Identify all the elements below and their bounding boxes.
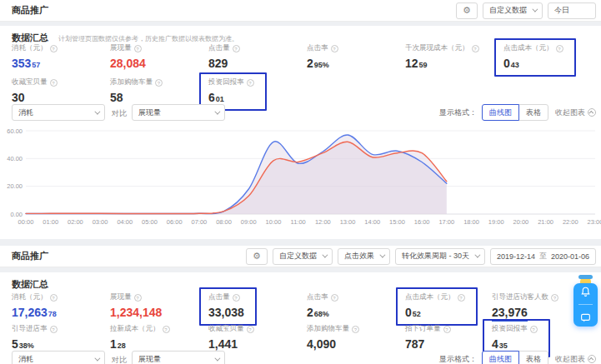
metric-card-clicks[interactable]: 点击量 829 — [208, 43, 240, 71]
info-icon[interactable] — [50, 79, 58, 87]
info-icon[interactable] — [134, 294, 142, 302]
page-title: 商品推广 — [12, 4, 48, 17]
metric-card-orders[interactable]: 拍下订单量 787 — [405, 324, 451, 352]
info-icon[interactable] — [233, 45, 240, 52]
date-separator: 至 — [539, 251, 547, 262]
info-icon[interactable] — [352, 326, 359, 333]
chart-metric2-select[interactable]: 展现量 — [132, 351, 225, 364]
info-icon[interactable] — [134, 45, 142, 52]
info-icon[interactable] — [247, 79, 254, 87]
info-icon[interactable] — [247, 326, 254, 333]
svg-text:40.00: 40.00 — [7, 155, 23, 162]
svg-text:19:00: 19:00 — [488, 218, 504, 226]
metric-card-ctr[interactable]: 点击率 295% — [307, 43, 338, 71]
svg-text:10:00: 10:00 — [266, 218, 282, 226]
svg-text:17:00: 17:00 — [438, 218, 454, 226]
metric-card-new-customer-cost[interactable]: 拉新成本（元） 128 — [110, 324, 170, 352]
gear-icon[interactable]: ⚙ — [246, 248, 268, 265]
metric-card-cost[interactable]: 消耗（元） 35357 — [12, 43, 58, 71]
effect-type-dropdown[interactable]: 点击效果 — [338, 248, 390, 265]
collapse-chart-link[interactable]: 收起图表 — [555, 107, 596, 118]
collapse-chart-link[interactable]: 收起图表 — [555, 354, 596, 364]
bell-icon[interactable] — [580, 287, 591, 297]
svg-text:08:00: 08:00 — [216, 218, 232, 226]
summary-title: 数据汇总 — [12, 32, 48, 44]
date-end: 2020-01-06 — [551, 252, 589, 261]
format-curve-button[interactable]: 曲线图 — [482, 104, 519, 121]
svg-text:02:00: 02:00 — [68, 218, 83, 226]
info-icon[interactable] — [50, 45, 58, 52]
line-chart[interactable]: 0.0020.0040.0060.0000:0001:0002:0003:000… — [0, 124, 601, 237]
info-icon[interactable] — [458, 294, 465, 302]
svg-text:04:00: 04:00 — [117, 218, 133, 226]
info-icon[interactable] — [331, 45, 338, 52]
chart-metric1-select[interactable]: 消耗 — [12, 104, 105, 121]
format-curve-button[interactable]: 曲线图 — [482, 351, 519, 364]
info-icon[interactable] — [331, 294, 338, 302]
panel1-chart-controls: 消耗 对比 展现量 显示格式： 曲线图 表格 收起图表 — [0, 104, 601, 122]
svg-text:01:00: 01:00 — [43, 218, 58, 226]
info-icon[interactable] — [50, 326, 58, 333]
metric-card-cpc-highlighted[interactable]: 点击成本（元） 052 — [396, 287, 478, 326]
info-icon[interactable] — [530, 326, 538, 333]
info-icon[interactable] — [163, 326, 170, 333]
metric-card-guided-visitors[interactable]: 引导进店访客人数 23,976 — [492, 292, 558, 320]
metric-card-clicks-highlighted[interactable]: 点击量 33,038 — [199, 287, 257, 326]
svg-text:00:00: 00:00 — [18, 218, 34, 226]
svg-text:23:00: 23:00 — [588, 218, 601, 226]
collapse-up-icon — [588, 108, 596, 117]
chart-metric2-select[interactable]: 展现量 — [132, 104, 225, 121]
conversion-cycle-dropdown[interactable]: 转化效果周期 - 30天 — [395, 248, 485, 265]
format-table-button[interactable]: 表格 — [518, 351, 548, 364]
svg-text:20.00: 20.00 — [7, 182, 23, 190]
metric-card-impressions[interactable]: 展现量 28,084 — [110, 43, 146, 71]
date-range-picker[interactable]: 2019-12-14 至 2020-01-06 — [490, 248, 596, 265]
svg-text:60.00: 60.00 — [7, 127, 23, 135]
chevron-down-icon — [379, 252, 385, 258]
vs-label: 对比 — [112, 108, 127, 119]
panel2-body: 数据汇总 消耗（元） 17,26378 展现量 1,234,148 点击量 33… — [0, 272, 601, 364]
svg-text:03:00: 03:00 — [93, 218, 108, 226]
date-start: 2019-12-14 — [497, 252, 535, 261]
assistant-widget[interactable] — [573, 283, 598, 327]
chart-metric1-select[interactable]: 消耗 — [12, 351, 105, 364]
svg-text:15:00: 15:00 — [389, 218, 405, 226]
svg-text:22:00: 22:00 — [563, 218, 578, 226]
info-icon[interactable] — [556, 45, 563, 52]
display-format-label: 显示格式： — [439, 107, 477, 118]
metric-card-cost[interactable]: 消耗（元） 17,26378 — [12, 292, 58, 320]
metric-card-impressions[interactable]: 展现量 1,234,148 — [110, 292, 162, 320]
panel1-body: 数据汇总 计划管理页面数据仅供参考，历史推广数据以报表数据为准。 消耗（元） 3… — [0, 26, 601, 239]
panel2-chart-controls: 消耗 对比 展现量 显示格式： 曲线图 表格 收起图表 — [0, 351, 601, 364]
date-preset-selector[interactable]: 今日 — [548, 2, 596, 19]
metric-card-favorites[interactable]: 收藏宝贝量 30 — [12, 77, 58, 105]
info-icon[interactable] — [443, 326, 451, 333]
metric-card-store-entry-rate[interactable]: 引导进店率 538% — [12, 324, 58, 352]
custom-data-dropdown[interactable]: 自定义数据 — [483, 2, 543, 19]
svg-text:11:00: 11:00 — [291, 218, 306, 226]
vs-label: 对比 — [112, 355, 127, 364]
info-icon[interactable] — [472, 45, 479, 52]
info-icon[interactable] — [155, 79, 163, 87]
svg-text:0.00: 0.00 — [10, 211, 23, 218]
svg-text:20:00: 20:00 — [513, 218, 529, 226]
metric-card-ctr[interactable]: 点击率 268% — [307, 292, 338, 320]
format-table-button[interactable]: 表格 — [518, 104, 548, 121]
info-icon[interactable] — [50, 294, 58, 302]
metric-card-add-to-cart[interactable]: 添加购物车量 4,090 — [307, 324, 359, 352]
metric-card-add-to-cart[interactable]: 添加购物车量 58 — [110, 77, 163, 105]
info-icon[interactable] — [233, 294, 240, 302]
svg-text:13:00: 13:00 — [340, 218, 356, 226]
summary-note: 计划管理页面数据仅供参考，历史推广数据以报表数据为准。 — [58, 34, 238, 43]
info-icon[interactable] — [551, 294, 558, 302]
custom-data-dropdown-2[interactable]: 自定义数据 — [273, 248, 333, 265]
panel1-titlebar: 商品推广 ⚙ 自定义数据 今日 — [0, 0, 601, 22]
widget-divider — [578, 304, 593, 305]
metric-card-cpc-highlighted[interactable]: 点击成本（元） 043 — [494, 38, 576, 77]
chevron-down-icon — [214, 355, 220, 361]
chat-icon[interactable] — [580, 312, 591, 323]
custom-data-label: 自定义数据 — [489, 5, 527, 16]
metric-card-favorites[interactable]: 收藏宝贝量 1,441 — [208, 324, 254, 352]
gear-icon[interactable]: ⚙ — [456, 2, 478, 19]
metric-card-cpm[interactable]: 千次展现成本（元） 1259 — [405, 43, 479, 71]
